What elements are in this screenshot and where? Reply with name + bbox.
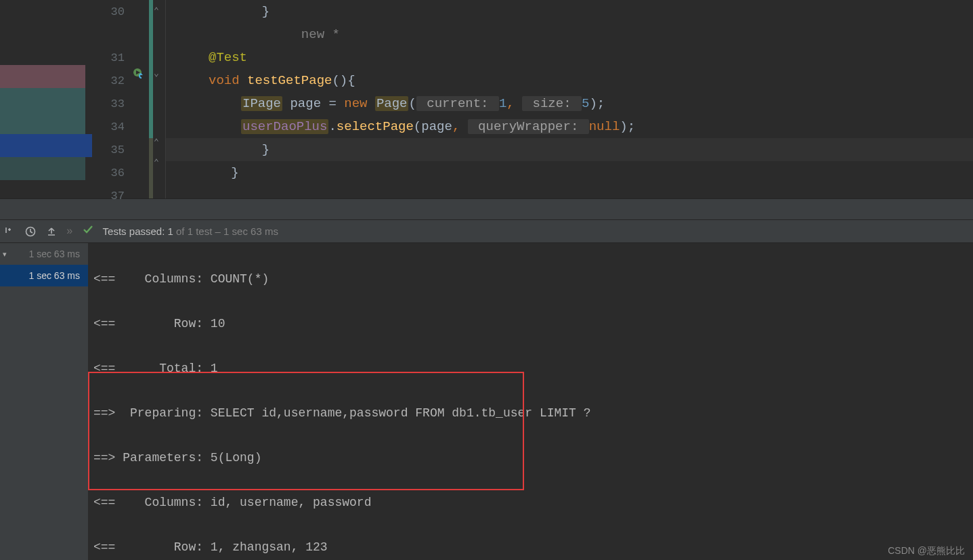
fold-start-icon[interactable]: ⌄	[154, 68, 159, 79]
code-text: }	[169, 165, 239, 180]
fold-end-icon[interactable]: ⌃	[154, 5, 159, 16]
line-number[interactable]	[92, 23, 131, 46]
line-number[interactable]: 32	[92, 69, 131, 92]
tree-row[interactable]: ▾1 sec 63 ms	[0, 243, 88, 265]
code-keyword: void	[209, 73, 240, 88]
param-hint: size:	[522, 96, 582, 111]
type-name: IPage	[241, 96, 282, 111]
toolbar-separator: »	[66, 225, 73, 238]
method-call: selectPage	[337, 119, 414, 134]
gutter-icons	[131, 0, 149, 198]
fold-column: ⌃ ⌄ ⌃ ⌃	[153, 0, 165, 198]
highlight-box	[88, 372, 524, 490]
class-name: Page	[375, 96, 409, 111]
margin-marker-selected	[0, 134, 92, 157]
tests-duration: – 1 sec 63 ms	[215, 225, 278, 237]
code-text: (){	[332, 73, 355, 88]
param-hint: current:	[416, 96, 499, 111]
code-editor[interactable]: 30 31 32 33 34 35 36 37 ⌃ ⌄ ⌃ ⌃ } new * …	[0, 0, 973, 198]
code-comment: new *	[169, 27, 340, 42]
line-number[interactable]: 34	[92, 115, 131, 138]
margin-marker	[0, 88, 85, 111]
margin-marker	[0, 111, 85, 134]
field-name: userDaoPlus	[241, 119, 328, 134]
test-tree[interactable]: ▾1 sec 63 ms 1 sec 63 ms	[0, 243, 88, 560]
margin-marker	[0, 65, 85, 88]
param-hint: queryWrapper:	[468, 119, 589, 134]
code-text: }	[169, 142, 269, 157]
left-margin	[0, 0, 92, 198]
var-name: page	[290, 96, 321, 111]
fold-end-icon[interactable]: ⌃	[154, 157, 159, 168]
code-area[interactable]: } new * @Test void testGetPage(){ IPage …	[165, 0, 973, 198]
chevron-down-icon[interactable]: ▾	[3, 250, 7, 259]
test-duration: 1 sec 63 ms	[29, 249, 80, 259]
console-output[interactable]: <== Columns: COUNT(*) <== Row: 10 <== To…	[88, 243, 973, 560]
console-line: <== Row: 1, zhangsan, 123	[93, 536, 968, 559]
method-name: testGetPage	[247, 73, 332, 88]
code-annotation: @Test	[169, 50, 247, 65]
console-line: <== Row: 10	[93, 313, 968, 335]
code-number: 1	[499, 96, 506, 111]
line-number[interactable]: 36	[92, 161, 131, 184]
margin-marker	[0, 157, 85, 180]
test-results-toolbar: » Tests passed: 1 of 1 test – 1 sec 63 m…	[0, 220, 973, 243]
code-number: 5	[582, 96, 589, 111]
line-number-gutter[interactable]: 30 31 32 33 34 35 36 37	[92, 0, 131, 198]
check-icon	[83, 224, 93, 238]
line-number[interactable]: 31	[92, 46, 131, 69]
watermark: CSDN @恶熊比比	[888, 545, 965, 557]
tests-total-label: of 1 test	[176, 225, 212, 237]
console-line: <== Columns: COUNT(*)	[93, 268, 968, 290]
fold-end-icon[interactable]: ⌃	[154, 137, 159, 148]
line-number[interactable]: 35	[92, 138, 131, 161]
run-test-icon[interactable]	[133, 68, 145, 83]
code-text: }	[169, 4, 269, 19]
line-number[interactable]: 37	[92, 184, 131, 207]
indent-guide	[165, 0, 166, 198]
tests-passed-label: Tests passed:	[103, 225, 165, 237]
test-duration: 1 sec 63 ms	[29, 270, 80, 281]
results-panel: ▾1 sec 63 ms 1 sec 63 ms <== Columns: CO…	[0, 243, 973, 560]
code-keyword: null	[589, 119, 620, 134]
tests-passed-count: 1	[168, 225, 173, 237]
console-line: <== Columns: id, username, password	[93, 492, 968, 514]
line-number[interactable]: 33	[92, 92, 131, 115]
test-status-text: Tests passed: 1 of 1 test – 1 sec 63 ms	[103, 225, 278, 237]
tree-row-selected[interactable]: 1 sec 63 ms	[0, 265, 88, 286]
export-icon[interactable]	[46, 226, 57, 237]
expand-icon[interactable]	[4, 226, 15, 237]
code-keyword: new	[344, 96, 367, 111]
history-icon[interactable]	[24, 225, 37, 238]
line-number[interactable]: 30	[92, 0, 131, 23]
